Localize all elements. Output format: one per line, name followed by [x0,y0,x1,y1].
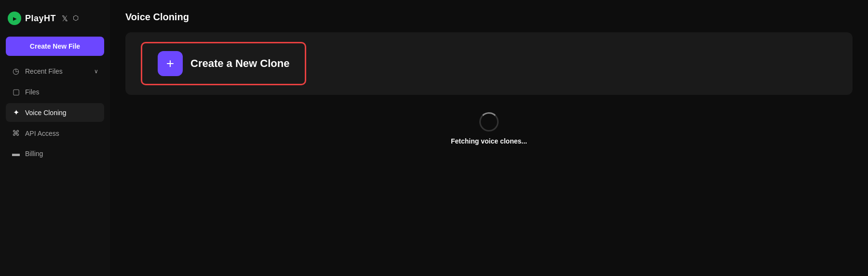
main-content: Voice Cloning + Create a New Clone Fetch… [110,0,868,276]
clock-icon: ◷ [12,66,20,76]
logo-icon [8,12,21,25]
sidebar: PlayHT 𝕏 ⬡ Create New File ◷ Recent File… [0,0,110,276]
sidebar-item-label: Recent Files [25,67,63,75]
sidebar-item-label: Billing [25,150,43,158]
create-clone-card: + Create a New Clone [125,32,853,95]
voice-cloning-icon: ✦ [12,108,20,117]
discord-icon[interactable]: ⬡ [73,14,79,23]
sidebar-item-api-access[interactable]: ⌘ API Access [6,124,104,143]
sidebar-item-recent-files[interactable]: ◷ Recent Files ∨ [6,62,104,80]
plus-icon: + [166,57,174,70]
key-icon: ⌘ [12,129,20,138]
twitter-icon[interactable]: 𝕏 [62,14,68,23]
chevron-down-icon: ∨ [94,68,98,75]
create-new-file-button[interactable]: Create New File [6,37,104,56]
sidebar-item-files[interactable]: ▢ Files [6,82,104,101]
social-icons: 𝕏 ⬡ [62,14,79,23]
sidebar-item-label: API Access [25,130,59,137]
create-clone-label: Create a New Clone [190,57,289,70]
sidebar-item-billing[interactable]: ▬ Billing [6,145,104,163]
create-clone-button[interactable]: + Create a New Clone [141,42,306,85]
loading-spinner [479,112,499,131]
loading-section: Fetching voice clones... [125,112,853,145]
folder-icon: ▢ [12,87,20,96]
sidebar-item-label: Files [25,88,40,96]
plus-button[interactable]: + [158,51,183,76]
logo-text: PlayHT [25,13,56,24]
page-header: Voice Cloning [125,12,853,23]
sidebar-item-label: Voice Cloning [25,109,67,117]
sidebar-item-voice-cloning[interactable]: ✦ Voice Cloning [6,103,104,122]
page-title: Voice Cloning [125,12,189,23]
billing-icon: ▬ [12,149,20,158]
logo-area: PlayHT 𝕏 ⬡ [6,8,104,29]
loading-text: Fetching voice clones... [451,137,527,145]
